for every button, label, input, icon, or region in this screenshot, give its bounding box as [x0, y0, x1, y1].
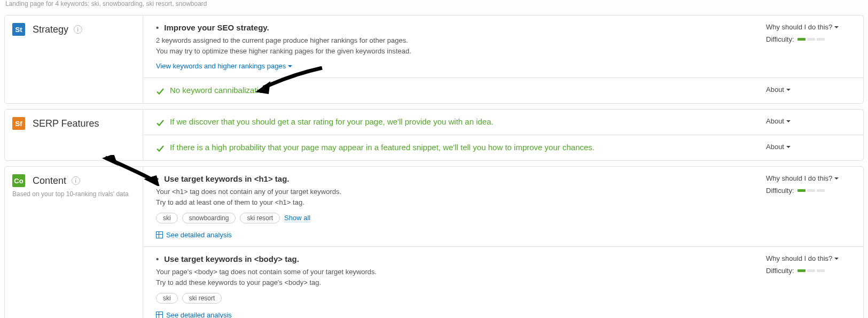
- table-icon: [156, 312, 163, 318]
- panel-serp: Sf SERP Features If we discover that you…: [4, 109, 864, 161]
- check-icon: [156, 144, 165, 153]
- keyword-chip[interactable]: ski: [156, 293, 178, 304]
- about-link[interactable]: About: [766, 117, 855, 125]
- panel-header-strategy: St Strategy i: [5, 15, 143, 103]
- see-detailed-link[interactable]: See detailed analysis: [166, 311, 232, 318]
- table-icon: [156, 231, 163, 238]
- chip-row: ski snowboarding ski resort Show all: [156, 213, 748, 223]
- idea-title: Use target keywords in <body> tag.: [156, 254, 748, 263]
- about-link[interactable]: About: [766, 86, 855, 94]
- why-link[interactable]: Why should I do this?: [766, 23, 855, 31]
- check-icon: [156, 87, 165, 96]
- panel-content: Co Content i Based on your top 10-rankin…: [4, 166, 864, 318]
- why-link[interactable]: Why should I do this?: [766, 174, 855, 182]
- info-icon[interactable]: i: [72, 176, 80, 185]
- panel-header-content: Co Content i Based on your top 10-rankin…: [5, 167, 143, 318]
- info-icon[interactable]: i: [74, 25, 82, 34]
- view-keywords-link[interactable]: View keywords and higher rankings pages: [156, 62, 292, 70]
- idea-h1-keywords: Use target keywords in <h1> tag. Your <h…: [143, 167, 863, 246]
- about-link[interactable]: About: [766, 143, 855, 151]
- panel-header-serp: Sf SERP Features: [5, 110, 143, 160]
- idea-desc: Your page's <body> tag does not contain …: [156, 267, 748, 288]
- ok-row: If we discover that you should get a sta…: [156, 117, 748, 127]
- section-subtitle: Based on your top 10-ranking rivals' dat…: [12, 190, 135, 198]
- idea-body-keywords: Use target keywords in <body> tag. Your …: [143, 246, 863, 318]
- idea-desc: Your <h1> tag does not contain any of yo…: [156, 187, 748, 207]
- breadcrumb: Landing page for 4 keywords: ski, snowbo…: [4, 0, 864, 10]
- chip-row: ski ski resort: [156, 293, 748, 304]
- difficulty-indicator: Difficulty:: [766, 187, 855, 195]
- section-title: SERP Features: [33, 118, 99, 129]
- badge-strategy: St: [12, 23, 25, 36]
- idea-desc: 2 keywords assigned to the current page …: [156, 35, 748, 56]
- keyword-chip[interactable]: ski resort: [240, 213, 280, 223]
- idea-title: Improve your SEO strategy.: [156, 23, 748, 32]
- idea-improve-seo: Improve your SEO strategy. 2 keywords as…: [143, 15, 863, 77]
- badge-serp: Sf: [12, 117, 25, 130]
- check-icon: [156, 119, 165, 127]
- keyword-chip[interactable]: ski resort: [182, 293, 222, 304]
- section-title: Strategy: [33, 24, 68, 35]
- section-title: Content: [33, 175, 66, 186]
- keyword-chip[interactable]: snowboarding: [182, 213, 236, 223]
- badge-content: Co: [12, 174, 25, 187]
- keyword-chip[interactable]: ski: [156, 213, 178, 223]
- difficulty-indicator: Difficulty:: [766, 35, 855, 43]
- idea-star-rating: If we discover that you should get a sta…: [143, 110, 863, 135]
- see-detailed-link[interactable]: See detailed analysis: [166, 231, 232, 239]
- idea-featured-snippet: If there is a high probability that your…: [143, 135, 863, 160]
- show-all-link[interactable]: Show all: [284, 214, 310, 222]
- ok-row: If there is a high probability that your…: [156, 143, 748, 153]
- why-link[interactable]: Why should I do this?: [766, 254, 855, 262]
- difficulty-indicator: Difficulty:: [766, 267, 855, 275]
- idea-no-cannibalization: No keyword cannibalization About: [143, 77, 863, 103]
- idea-title: Use target keywords in <h1> tag.: [156, 174, 748, 183]
- ok-row: No keyword cannibalization: [156, 86, 748, 96]
- panel-strategy: St Strategy i Improve your SEO strategy.…: [4, 15, 864, 104]
